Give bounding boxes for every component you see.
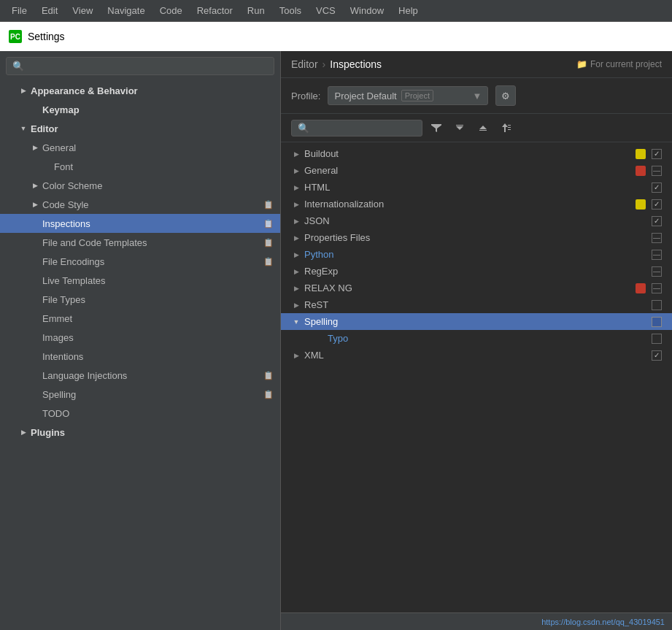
- inspection-checkbox[interactable]: —: [652, 266, 662, 277]
- sidebar-search-box[interactable]: 🔍: [6, 57, 274, 75]
- inspection-checkbox[interactable]: [652, 300, 662, 310]
- inspection-checkbox[interactable]: [652, 334, 662, 344]
- sidebar-item-label: File Types: [42, 294, 274, 305]
- inspection-label: Typo: [328, 333, 649, 344]
- filter-button[interactable]: [427, 118, 446, 137]
- sidebar-item-label: Keymap: [42, 104, 274, 115]
- inspection-checkbox[interactable]: —: [652, 283, 662, 293]
- sidebar-item-intentions[interactable]: Intentions: [0, 347, 280, 366]
- collapse-all-button[interactable]: [474, 118, 493, 137]
- scope-icon: 📋: [263, 369, 274, 381]
- sidebar-item-label: Inspections: [42, 218, 263, 229]
- sidebar-item-label: Plugins: [31, 427, 274, 438]
- arrow-icon: [29, 312, 41, 324]
- sidebar-item-todo[interactable]: TODO: [0, 404, 280, 423]
- menu-refactor[interactable]: Refactor: [191, 2, 239, 19]
- inspection-label: ReST: [304, 299, 649, 310]
- sidebar-item-general[interactable]: ▶ General: [0, 138, 280, 157]
- sidebar-search-input[interactable]: [27, 61, 268, 72]
- menu-window[interactable]: Window: [344, 2, 390, 19]
- inspection-json[interactable]: ▶ JSON: [281, 212, 672, 229]
- clear-button[interactable]: [497, 118, 516, 137]
- arrow-icon: ▶: [291, 285, 301, 292]
- inspection-general[interactable]: ▶ General —: [281, 162, 672, 179]
- content-area: Editor › Inspections 📁 For current proje…: [281, 51, 672, 630]
- sidebar-item-language-injections[interactable]: Language Injections 📋: [0, 366, 280, 385]
- arrow-icon: ▶: [18, 85, 29, 96]
- menu-code[interactable]: Code: [154, 2, 188, 19]
- sidebar-item-editor[interactable]: ▼ Editor: [0, 119, 280, 138]
- inspection-properties-files[interactable]: ▶ Properties Files —: [281, 229, 672, 246]
- inspection-label: RegExp: [304, 266, 649, 277]
- sidebar-item-plugins[interactable]: ▶ Plugins: [0, 423, 280, 442]
- sidebar-item-images[interactable]: Images: [0, 328, 280, 347]
- arrow-icon: [29, 218, 41, 229]
- inspection-internationalization[interactable]: ▶ Internationalization: [281, 196, 672, 212]
- inspection-checkbox[interactable]: —: [652, 250, 662, 260]
- menu-view[interactable]: View: [66, 2, 99, 19]
- sidebar-item-appearance[interactable]: ▶ Appearance & Behavior: [0, 81, 280, 100]
- sidebar-item-file-encodings[interactable]: File Encodings 📋: [0, 252, 280, 271]
- inspection-checkbox[interactable]: [652, 216, 662, 226]
- sidebar-item-inspections[interactable]: Inspections 📋: [0, 214, 280, 233]
- sidebar-item-font[interactable]: Font: [0, 157, 280, 176]
- profile-select[interactable]: Project Default Project ▼: [328, 86, 488, 105]
- profile-badge: Project: [401, 90, 433, 101]
- project-icon: 📁: [576, 59, 587, 69]
- sidebar-item-keymap[interactable]: Keymap: [0, 100, 280, 119]
- inspections-search[interactable]: 🔍: [291, 120, 422, 137]
- inspection-buildout[interactable]: ▶ Buildout: [281, 145, 672, 162]
- arrow-icon: ▶: [29, 142, 41, 153]
- menu-navigate[interactable]: Navigate: [101, 2, 150, 19]
- severity-color: [636, 199, 646, 210]
- inspection-checkbox[interactable]: —: [652, 166, 662, 176]
- sidebar-item-file-code-templates[interactable]: File and Code Templates 📋: [0, 233, 280, 252]
- inspections-list: ▶ Buildout ▶ General — ▶ HTML ▶ In: [281, 142, 672, 612]
- gear-button[interactable]: ⚙: [495, 85, 516, 106]
- statusbar-url[interactable]: https://blog.csdn.net/qq_43019451: [541, 618, 665, 626]
- sidebar-item-label: Emmet: [42, 313, 274, 324]
- menu-help[interactable]: Help: [393, 2, 424, 19]
- menu-vcs[interactable]: VCS: [310, 2, 341, 19]
- menu-edit[interactable]: Edit: [36, 2, 63, 19]
- scope-icon: 📋: [263, 256, 274, 267]
- inspections-search-input[interactable]: [312, 123, 414, 134]
- sidebar-item-spelling[interactable]: Spelling 📋: [0, 385, 280, 404]
- inspection-rest[interactable]: ▶ ReST: [281, 296, 672, 313]
- inspection-typo[interactable]: Typo: [281, 330, 672, 347]
- inspection-checkbox[interactable]: [652, 183, 662, 193]
- severity-color: [636, 166, 646, 176]
- scope-icon: 📋: [263, 237, 274, 248]
- inspection-xml[interactable]: ▶ XML: [281, 347, 672, 364]
- inspection-label: Spelling: [304, 316, 649, 327]
- sidebar-item-emmet[interactable]: Emmet: [0, 309, 280, 328]
- window-title: Settings: [28, 31, 65, 42]
- arrow-icon: ▶: [291, 268, 301, 275]
- inspection-checkbox[interactable]: —: [652, 233, 662, 243]
- menu-tools[interactable]: Tools: [274, 2, 307, 19]
- inspection-checkbox[interactable]: [652, 350, 662, 361]
- sidebar-item-code-style[interactable]: ▶ Code Style 📋: [0, 195, 280, 214]
- inspection-checkbox[interactable]: [652, 317, 662, 327]
- menu-file[interactable]: File: [6, 2, 33, 19]
- inspection-html[interactable]: ▶ HTML: [281, 179, 672, 196]
- menu-run[interactable]: Run: [242, 2, 271, 19]
- breadcrumb-parent[interactable]: Editor: [291, 58, 318, 70]
- inspection-checkbox[interactable]: [652, 199, 662, 210]
- inspection-spelling[interactable]: ▼ Spelling: [281, 313, 672, 330]
- inspection-python[interactable]: ▶ Python —: [281, 246, 672, 263]
- arrow-icon: [29, 331, 41, 343]
- app-icon: PC: [9, 30, 22, 43]
- inspection-regexp[interactable]: ▶ RegExp —: [281, 263, 672, 280]
- expand-all-button[interactable]: [450, 118, 469, 137]
- inspection-checkbox[interactable]: [652, 149, 662, 159]
- sidebar-item-color-scheme[interactable]: ▶ Color Scheme: [0, 176, 280, 195]
- sidebar-item-label: Font: [54, 161, 274, 172]
- sidebar-item-live-templates[interactable]: Live Templates: [0, 271, 280, 290]
- sidebar-item-file-types[interactable]: File Types: [0, 290, 280, 309]
- inspection-label: Python: [304, 249, 649, 260]
- inspection-relax-ng[interactable]: ▶ RELAX NG —: [281, 280, 672, 296]
- profile-value: Project Default: [334, 91, 396, 101]
- scope-icon: 📋: [263, 218, 274, 229]
- arrow-icon: ▶: [291, 150, 301, 158]
